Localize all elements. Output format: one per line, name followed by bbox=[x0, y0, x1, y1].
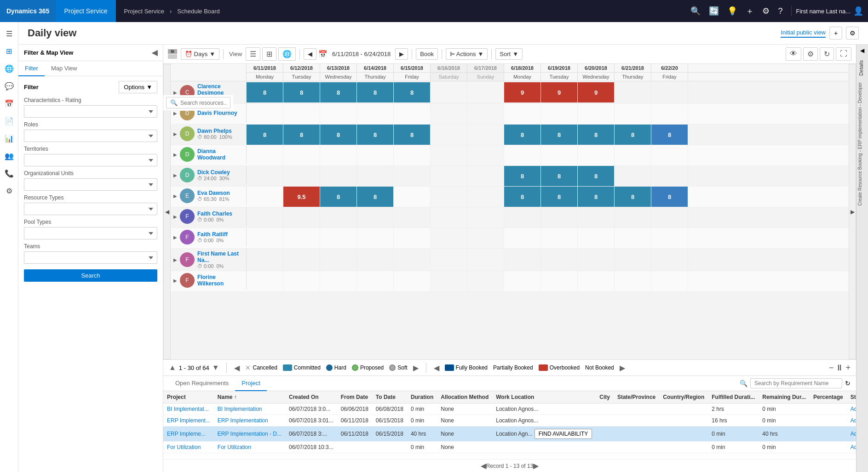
req-row-3[interactable]: For UtilizationFor Utilization06/07/2018… bbox=[163, 442, 856, 453]
req-project-link-1[interactable]: ERP Implement... bbox=[167, 417, 210, 424]
booking-cell-5-5[interactable] bbox=[431, 187, 467, 207]
rail-gear[interactable]: ⚙ bbox=[1, 183, 17, 199]
booking-cell-9-8[interactable] bbox=[541, 271, 578, 291]
booking-cell-0-8[interactable]: 9 bbox=[541, 82, 578, 102]
app-name[interactable]: Project Service bbox=[56, 0, 115, 22]
zoom-out-button[interactable]: − bbox=[829, 363, 834, 373]
resource-name-2[interactable]: Dawn Phelps bbox=[197, 128, 232, 134]
booking-cell-5-2[interactable]: 8 bbox=[320, 187, 357, 207]
booking-cell-3-6[interactable] bbox=[467, 145, 504, 165]
resource-name-5[interactable]: Eva Dawson bbox=[197, 190, 230, 196]
booking-cell-8-8[interactable] bbox=[541, 250, 578, 270]
booking-cell-5-8[interactable]: 8 bbox=[541, 187, 578, 207]
booking-cell-6-10[interactable] bbox=[615, 207, 651, 227]
booking-cell-6-9[interactable] bbox=[578, 207, 615, 227]
booking-cell-0-0[interactable]: 8 bbox=[247, 82, 283, 102]
booking-cell-5-4[interactable] bbox=[394, 187, 431, 207]
booking-cell-6-6[interactable] bbox=[467, 207, 504, 227]
booking-cell-4-10[interactable] bbox=[615, 166, 651, 186]
booking-cell-5-1[interactable]: 9.5 bbox=[283, 187, 320, 207]
booking-cell-2-10[interactable]: 8 bbox=[615, 125, 651, 145]
booking-cell-4-7[interactable]: 8 bbox=[504, 166, 541, 186]
booking-cell-9-10[interactable] bbox=[615, 271, 651, 291]
resource-name-3[interactable]: Dianna Woodward bbox=[197, 148, 243, 161]
booking-cell-7-2[interactable] bbox=[320, 228, 357, 248]
booking-cell-7-1[interactable] bbox=[283, 228, 320, 248]
booking-cell-1-6[interactable] bbox=[467, 104, 504, 124]
expand-btn-5[interactable]: ▶ bbox=[173, 193, 177, 199]
refresh-icon[interactable]: 🔄 bbox=[706, 4, 722, 18]
expand-btn-3[interactable]: ▶ bbox=[173, 152, 177, 157]
grid-view-button[interactable]: ⊞ bbox=[262, 47, 276, 61]
booking-cell-3-3[interactable] bbox=[357, 145, 394, 165]
eye-button[interactable]: 👁 bbox=[786, 47, 801, 61]
teams-select[interactable] bbox=[24, 251, 157, 264]
map-view-button[interactable]: 🌐 bbox=[278, 47, 296, 61]
col-name[interactable]: Name ↑ bbox=[214, 391, 285, 404]
resource-search-input[interactable] bbox=[180, 100, 226, 106]
tab-open-requirements[interactable]: Open Requirements bbox=[169, 376, 235, 391]
booking-cell-3-4[interactable] bbox=[394, 145, 431, 165]
booking-cell-6-11[interactable] bbox=[651, 207, 688, 227]
booking-cell-3-1[interactable] bbox=[283, 145, 320, 165]
booking-cell-8-11[interactable] bbox=[651, 250, 688, 270]
booking-cell-5-10[interactable]: 8 bbox=[615, 187, 651, 207]
booking-cell-9-3[interactable] bbox=[357, 271, 394, 291]
req-row-2[interactable]: ERP Impleme...ERP Implementation - D...0… bbox=[163, 427, 856, 442]
req-row-0[interactable]: BI Implementat...BI Implementation06/07/… bbox=[163, 404, 856, 415]
resource-name-7[interactable]: Faith Ratliff bbox=[197, 231, 228, 238]
booking-cell-4-8[interactable]: 8 bbox=[541, 166, 578, 186]
booking-cell-1-11[interactable] bbox=[651, 104, 688, 124]
booking-cell-8-9[interactable] bbox=[578, 250, 615, 270]
booking-cell-4-3[interactable] bbox=[357, 166, 394, 186]
booking-cell-9-9[interactable] bbox=[578, 271, 615, 291]
booking-cell-2-1[interactable]: 8 bbox=[283, 125, 320, 145]
booking-cell-7-4[interactable] bbox=[394, 228, 431, 248]
resource-name-0[interactable]: Clarence Desimone bbox=[197, 83, 243, 96]
booking-cell-1-7[interactable] bbox=[504, 104, 541, 124]
next-date-button[interactable]: ▶ bbox=[395, 48, 408, 60]
rail-chart[interactable]: 📊 bbox=[1, 131, 17, 146]
booking-cell-5-3[interactable]: 8 bbox=[357, 187, 394, 207]
resource-types-select[interactable] bbox=[24, 203, 157, 215]
tab-project[interactable]: Project bbox=[235, 376, 266, 391]
booking-cell-8-6[interactable] bbox=[467, 250, 504, 270]
expand-btn-9[interactable]: ▶ bbox=[173, 278, 177, 283]
settings-icon[interactable]: ⚙ bbox=[759, 4, 772, 18]
breadcrumb-1[interactable]: Project Service bbox=[124, 8, 164, 15]
booking-cell-9-5[interactable] bbox=[431, 271, 467, 291]
resource-search[interactable]: 🔍 bbox=[166, 97, 230, 108]
legend-prev-button[interactable]: ◀ bbox=[234, 364, 240, 372]
booking-cell-0-11[interactable] bbox=[651, 82, 688, 102]
settings-view-button[interactable]: ⚙ bbox=[846, 27, 859, 40]
resource-name-8[interactable]: First Name Last Na... bbox=[197, 250, 243, 263]
booking-cell-7-3[interactable] bbox=[357, 228, 394, 248]
pager-down-button[interactable]: ▼ bbox=[212, 364, 219, 372]
booking-cell-6-0[interactable] bbox=[247, 207, 283, 227]
req-next-button[interactable]: ▶ bbox=[533, 461, 539, 470]
search-icon[interactable]: 🔍 bbox=[688, 4, 703, 18]
booking-cell-0-9[interactable]: 9 bbox=[578, 82, 615, 102]
legend-next-button[interactable]: ▶ bbox=[413, 364, 419, 372]
booking-cell-3-5[interactable] bbox=[431, 145, 467, 165]
booking-cell-9-1[interactable] bbox=[283, 271, 320, 291]
resource-name-4[interactable]: Dick Cowley bbox=[197, 169, 230, 176]
booking-cell-2-3[interactable]: 8 bbox=[357, 125, 394, 145]
pool-types-select[interactable] bbox=[24, 227, 157, 239]
find-availability-button[interactable]: FIND AVAILABILITY bbox=[535, 429, 592, 439]
booking-cell-1-10[interactable] bbox=[615, 104, 651, 124]
booking-cell-4-6[interactable] bbox=[467, 166, 504, 186]
booking-cell-3-8[interactable] bbox=[541, 145, 578, 165]
booking-cell-2-11[interactable]: 8 bbox=[651, 125, 688, 145]
booking-cell-4-2[interactable] bbox=[320, 166, 357, 186]
booking-cell-6-5[interactable] bbox=[431, 207, 467, 227]
booking-cell-2-8[interactable]: 8 bbox=[541, 125, 578, 145]
rail-people[interactable]: 👥 bbox=[1, 148, 17, 164]
booking-cell-2-9[interactable]: 8 bbox=[578, 125, 615, 145]
zoom-in-button[interactable]: + bbox=[845, 363, 851, 373]
req-name-link-0[interactable]: BI Implementation bbox=[218, 406, 262, 412]
booking-cell-4-1[interactable] bbox=[283, 166, 320, 186]
booking-cell-0-4[interactable]: 8 bbox=[394, 82, 431, 102]
booking-cell-5-0[interactable] bbox=[247, 187, 283, 207]
booking-cell-8-1[interactable] bbox=[283, 250, 320, 270]
